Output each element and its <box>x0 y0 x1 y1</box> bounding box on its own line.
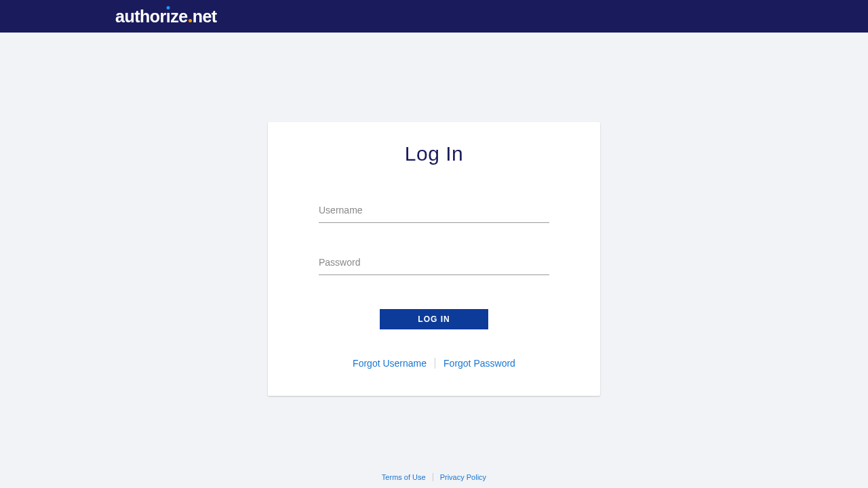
login-card: Log In Username Password LOG IN Forgot U… <box>268 122 600 396</box>
terms-of-use-link[interactable]: Terms of Use <box>375 473 433 481</box>
forgot-username-link[interactable]: Forgot Username <box>344 358 435 369</box>
footer: Terms of Use Privacy Policy <box>0 473 868 481</box>
privacy-policy-link[interactable]: Privacy Policy <box>433 473 493 481</box>
username-input[interactable] <box>319 205 549 223</box>
username-field-wrapper: Username <box>319 205 549 223</box>
orange-dot-icon <box>189 19 192 22</box>
logo-letter-i: ı <box>166 7 170 26</box>
logo-text-part3: ze <box>170 7 187 26</box>
password-field-wrapper: Password <box>319 257 549 275</box>
forgot-password-link[interactable]: Forgot Password <box>435 358 524 369</box>
header: authorızenet <box>0 0 868 33</box>
blue-dot-icon <box>167 6 170 9</box>
logo-text-part4: net <box>193 7 217 26</box>
main-content: Log In Username Password LOG IN Forgot U… <box>0 33 868 396</box>
login-title: Log In <box>319 142 549 165</box>
password-input[interactable] <box>319 257 549 275</box>
login-button[interactable]: LOG IN <box>380 309 488 329</box>
logo-text-part1: author <box>115 7 166 26</box>
brand-logo: authorızenet <box>115 7 217 26</box>
forgot-links: Forgot Username Forgot Password <box>319 358 549 369</box>
